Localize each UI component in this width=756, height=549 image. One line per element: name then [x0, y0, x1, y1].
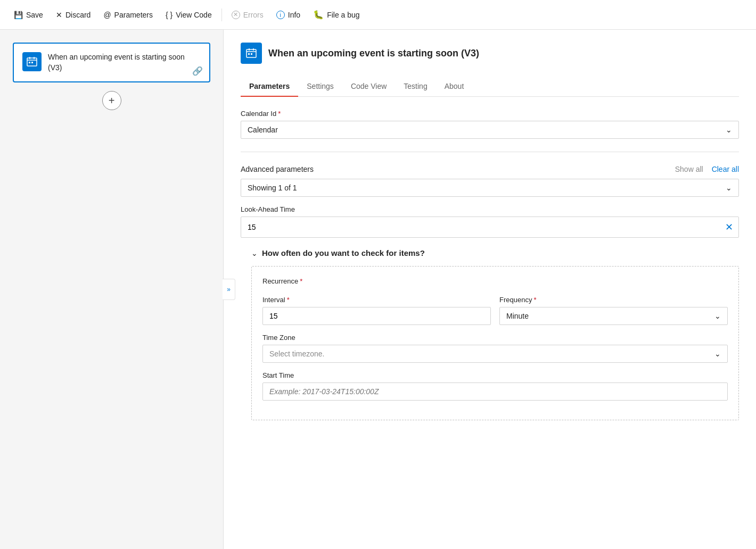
svg-rect-5 [31, 62, 33, 63]
collapse-panel-button[interactable]: » [223, 279, 235, 300]
frequency-select[interactable]: Minute ⌄ [499, 307, 728, 325]
svg-rect-4 [29, 62, 30, 63]
calendar-id-select[interactable]: Calendar ⌄ [241, 121, 739, 139]
recurrence-label: Recurrence* [262, 277, 728, 285]
workflow-card-icon [22, 52, 42, 71]
svg-rect-7 [249, 48, 250, 51]
tab-settings[interactable]: Settings [298, 77, 342, 97]
info-icon: i [276, 11, 285, 19]
start-time-field: Start Time [262, 371, 728, 401]
collapse-icon: ⌄ [251, 249, 258, 257]
errors-icon: ✕ [232, 11, 240, 19]
main-layout: When an upcoming event is starting soon … [0, 30, 756, 549]
adv-params-actions: Show all Clear all [675, 165, 739, 173]
required-asterisk: * [278, 110, 281, 118]
showing-chevron-icon: ⌄ [726, 184, 732, 192]
look-ahead-input[interactable] [241, 219, 720, 236]
recurrence-section: ⌄ How often do you want to check for ite… [251, 248, 739, 420]
timezone-label: Time Zone [262, 334, 728, 342]
tab-code-view[interactable]: Code View [342, 77, 395, 97]
tab-testing[interactable]: Testing [395, 77, 435, 97]
svg-rect-11 [251, 53, 252, 55]
look-ahead-input-wrapper: ✕ [241, 217, 739, 238]
start-time-label: Start Time [262, 371, 728, 379]
info-button[interactable]: i Info [271, 7, 306, 22]
interval-input[interactable] [262, 307, 491, 325]
svg-rect-2 [34, 57, 35, 59]
toolbar: 💾 Save ✕ Discard @ Parameters { } View C… [0, 0, 756, 30]
frequency-chevron-icon: ⌄ [714, 312, 721, 320]
required-asterisk-3: * [287, 296, 290, 304]
right-panel: When an upcoming event is starting soon … [224, 30, 756, 549]
link-icon: 🔗 [192, 66, 203, 76]
view-code-icon: { } [166, 11, 172, 19]
parameters-button[interactable]: @ Parameters [98, 7, 158, 22]
errors-button[interactable]: ✕ Errors [226, 7, 269, 22]
view-code-button[interactable]: { } View Code [160, 7, 217, 22]
tab-parameters[interactable]: Parameters [241, 77, 298, 97]
clear-all-button[interactable]: Clear all [712, 165, 739, 173]
add-step-button[interactable]: + [102, 91, 121, 110]
frequency-label: Frequency* [499, 296, 728, 304]
frequency-field: Frequency* Minute ⌄ [499, 296, 728, 325]
chevron-down-icon: ⌄ [726, 126, 732, 134]
look-ahead-clear-button[interactable]: ✕ [720, 217, 738, 237]
save-icon: 💾 [14, 11, 23, 19]
tabs-container: Parameters Settings Code View Testing Ab… [241, 77, 739, 97]
recurrence-header[interactable]: ⌄ How often do you want to check for ite… [251, 248, 739, 257]
svg-rect-10 [248, 53, 250, 55]
panel-title: When an upcoming event is starting soon … [268, 48, 479, 59]
show-all-button[interactable]: Show all [675, 165, 703, 173]
parameters-icon: @ [103, 11, 111, 19]
discard-button[interactable]: ✕ Discard [51, 7, 96, 22]
required-asterisk-4: * [533, 296, 536, 304]
start-time-input[interactable] [262, 382, 728, 401]
showing-dropdown[interactable]: Showing 1 of 1 ⌄ [241, 179, 739, 197]
calendar-id-label: Calendar Id* [241, 110, 739, 118]
recurrence-field: Recurrence* [262, 277, 728, 285]
workflow-card-title: When an upcoming event is starting soon … [48, 52, 201, 73]
calendar-id-field: Calendar Id* Calendar ⌄ [241, 110, 739, 139]
panel-header: When an upcoming event is starting soon … [241, 43, 739, 64]
advanced-params-header: Advanced parameters Show all Clear all [241, 165, 739, 173]
section-divider [241, 152, 739, 152]
recurrence-title: How often do you want to check for items… [262, 248, 425, 257]
interval-field: Interval* [262, 296, 491, 325]
workflow-card[interactable]: When an upcoming event is starting soon … [13, 43, 210, 82]
file-bug-button[interactable]: 🐛 File a bug [308, 6, 365, 23]
look-ahead-label: Look-Ahead Time [241, 205, 739, 213]
panel-icon [241, 43, 262, 64]
clear-icon: ✕ [725, 221, 733, 233]
required-asterisk-2: * [300, 277, 302, 285]
timezone-field: Time Zone Select timezone. ⌄ [262, 334, 728, 363]
look-ahead-field: Look-Ahead Time ✕ [241, 205, 739, 238]
toolbar-divider [221, 9, 222, 21]
interval-label: Interval* [262, 296, 491, 304]
recurrence-box: Recurrence* Interval* Frequency* [251, 266, 739, 420]
save-button[interactable]: 💾 Save [9, 7, 48, 22]
interval-frequency-row: Interval* Frequency* Minute ⌄ [262, 296, 728, 325]
left-panel: When an upcoming event is starting soon … [0, 30, 224, 549]
svg-rect-1 [29, 57, 30, 59]
discard-icon: ✕ [56, 11, 62, 19]
tab-about[interactable]: About [436, 77, 473, 97]
svg-rect-8 [253, 48, 254, 51]
timezone-select[interactable]: Select timezone. ⌄ [262, 345, 728, 363]
advanced-params-label: Advanced parameters [241, 165, 314, 173]
timezone-chevron-icon: ⌄ [714, 350, 721, 358]
bug-icon: 🐛 [313, 10, 324, 20]
